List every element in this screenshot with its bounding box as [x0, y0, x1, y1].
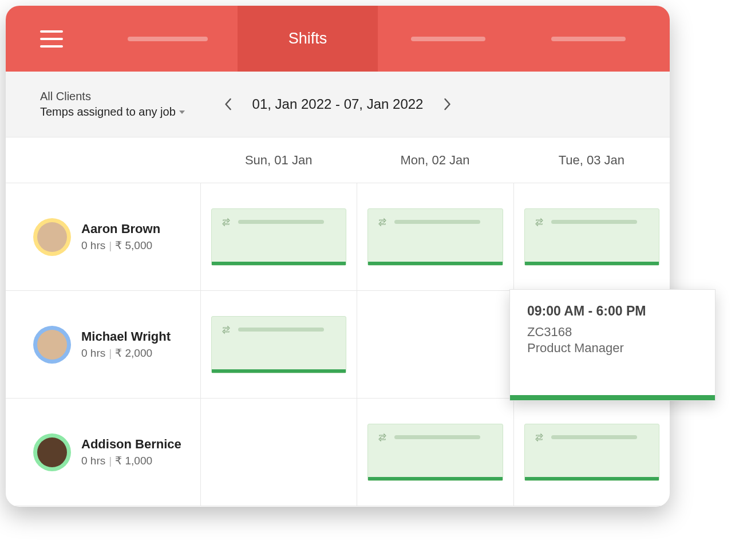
- avatar-face: [37, 222, 67, 252]
- person-info: Michael Wright 0 hrs | ₹ 2,000: [81, 329, 171, 360]
- person-column-header: [6, 137, 200, 183]
- shift-status-bar: [212, 369, 346, 373]
- shift-card[interactable]: [524, 424, 659, 481]
- shift-card[interactable]: [367, 424, 503, 481]
- day-cell[interactable]: [513, 183, 670, 290]
- shift-card[interactable]: [367, 208, 503, 266]
- shift-status-bar: [525, 262, 659, 265]
- day-cell[interactable]: [200, 399, 357, 506]
- shift-status-bar: [525, 477, 659, 480]
- avatar-face: [37, 437, 67, 467]
- tab-placeholder-bar: [551, 37, 626, 41]
- shift-placeholder-bar: [551, 220, 637, 224]
- person-hours: 0 hrs: [81, 239, 105, 252]
- shift-card[interactable]: [524, 208, 659, 266]
- person-amount: ₹ 5,000: [115, 239, 152, 252]
- prev-week-button[interactable]: [222, 97, 235, 111]
- shift-card-content: [534, 432, 650, 443]
- person-subline: 0 hrs | ₹ 1,000: [81, 454, 181, 467]
- day-cell[interactable]: [357, 183, 513, 290]
- shift-status-bar: [368, 477, 502, 480]
- date-range-nav: 01, Jan 2022 - 07, Jan 2022: [222, 96, 454, 112]
- subheader: All Clients Temps assigned to any job 01…: [6, 72, 670, 137]
- shift-detail-popover[interactable]: 09:00 AM - 6:00 PM ZC3168 Product Manage…: [509, 289, 716, 401]
- tabs-bar: Shifts: [97, 6, 658, 72]
- day-cell[interactable]: [357, 399, 513, 506]
- day-header-sun: Sun, 01 Jan: [200, 137, 357, 183]
- separator: |: [109, 239, 112, 252]
- person-amount: ₹ 1,000: [115, 454, 152, 467]
- person-info: Addison Bernice 0 hrs | ₹ 1,000: [81, 437, 181, 467]
- repeat-icon: [221, 217, 231, 227]
- tab-placeholder-3[interactable]: [518, 6, 658, 72]
- person-hours: 0 hrs: [81, 347, 105, 360]
- avatar: [33, 433, 71, 471]
- avatar-face: [37, 330, 67, 360]
- separator: |: [109, 347, 112, 360]
- tab-placeholder-2[interactable]: [378, 6, 518, 72]
- popover-time: 09:00 AM - 6:00 PM: [527, 303, 698, 319]
- shift-placeholder-bar: [238, 328, 324, 332]
- repeat-icon: [377, 432, 388, 443]
- shift-card[interactable]: [211, 208, 346, 266]
- popover-role: Product Manager: [527, 341, 698, 356]
- popover-status-bar: [510, 395, 715, 400]
- next-week-button[interactable]: [440, 97, 454, 111]
- day-headers-row: Sun, 01 Jan Mon, 02 Jan Tue, 03 Jan: [6, 137, 670, 183]
- person-name: Michael Wright: [81, 329, 171, 344]
- avatar: [33, 218, 71, 256]
- temps-filter-label: Temps assigned to any job: [40, 105, 176, 119]
- schedule-row: Addison Bernice 0 hrs | ₹ 1,000: [6, 399, 670, 506]
- tab-placeholder-bar: [128, 37, 208, 41]
- shift-status-bar: [212, 262, 346, 265]
- date-range-text[interactable]: 01, Jan 2022 - 07, Jan 2022: [252, 96, 424, 112]
- person-amount: ₹ 2,000: [115, 346, 152, 360]
- shift-card-content: [221, 217, 337, 227]
- person-name: Aaron Brown: [81, 222, 160, 236]
- person-subline: 0 hrs | ₹ 2,000: [81, 346, 171, 360]
- person-hours: 0 hrs: [81, 455, 105, 467]
- repeat-icon: [534, 432, 544, 443]
- shift-status-bar: [368, 262, 502, 265]
- tab-placeholder-1[interactable]: [97, 6, 238, 72]
- shift-placeholder-bar: [238, 220, 324, 224]
- chevron-left-icon: [224, 98, 232, 111]
- menu-hamburger-icon[interactable]: [40, 30, 63, 48]
- app-window: Shifts All Clients Temps assigned to any…: [6, 6, 670, 507]
- shift-card-content: [377, 217, 493, 227]
- shift-card-content: [377, 432, 493, 443]
- shift-card[interactable]: [211, 316, 346, 373]
- clients-filter-label[interactable]: All Clients: [40, 90, 185, 103]
- tab-label: Shifts: [288, 30, 327, 48]
- avatar: [33, 326, 71, 364]
- day-cell[interactable]: [357, 291, 513, 398]
- person-subline: 0 hrs | ₹ 5,000: [81, 239, 160, 252]
- person-info: Aaron Brown 0 hrs | ₹ 5,000: [81, 222, 160, 252]
- person-cell: Michael Wright 0 hrs | ₹ 2,000: [6, 291, 200, 398]
- chevron-right-icon: [443, 98, 451, 111]
- day-header-mon: Mon, 02 Jan: [357, 137, 513, 183]
- day-cell[interactable]: [200, 291, 357, 398]
- filter-block: All Clients Temps assigned to any job: [40, 90, 185, 119]
- separator: |: [109, 455, 112, 467]
- caret-down-icon: [179, 111, 185, 114]
- shift-placeholder-bar: [394, 435, 480, 439]
- shift-card-content: [221, 325, 337, 335]
- shift-placeholder-bar: [394, 220, 480, 224]
- day-cell[interactable]: [513, 399, 670, 506]
- day-header-tue: Tue, 03 Jan: [513, 137, 670, 183]
- tab-placeholder-bar: [411, 37, 485, 41]
- shift-placeholder-bar: [551, 435, 637, 439]
- person-name: Addison Bernice: [81, 437, 181, 452]
- repeat-icon: [534, 217, 544, 227]
- schedule-row: Aaron Brown 0 hrs | ₹ 5,000: [6, 183, 670, 291]
- person-cell: Aaron Brown 0 hrs | ₹ 5,000: [6, 183, 200, 290]
- repeat-icon: [221, 325, 231, 335]
- person-cell: Addison Bernice 0 hrs | ₹ 1,000: [6, 399, 200, 506]
- repeat-icon: [377, 217, 388, 227]
- tab-shifts[interactable]: Shifts: [238, 6, 378, 72]
- day-cell[interactable]: [200, 183, 357, 290]
- shift-card-content: [534, 217, 650, 227]
- temps-filter-dropdown[interactable]: Temps assigned to any job: [40, 105, 185, 119]
- app-header: Shifts: [6, 6, 670, 72]
